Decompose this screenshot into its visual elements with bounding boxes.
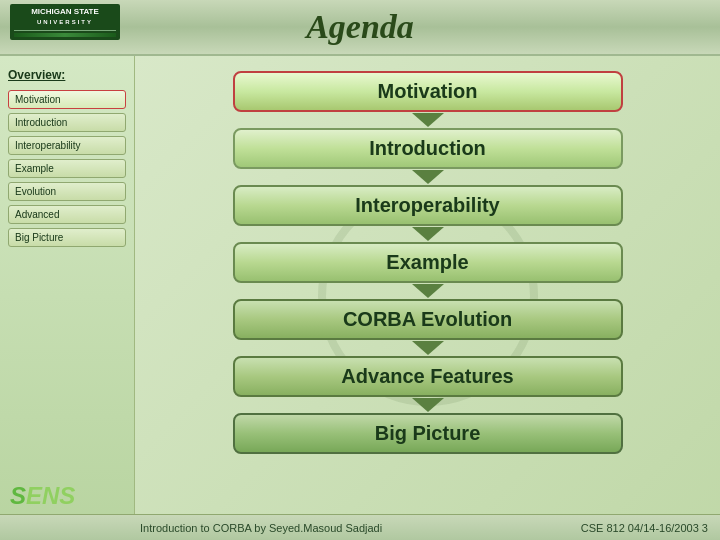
agenda-advanced-wrapper: Advance Features bbox=[155, 356, 700, 397]
agenda-introduction-wrapper: Introduction bbox=[155, 128, 700, 169]
arrow-2 bbox=[412, 170, 444, 184]
sens-logo: SENS bbox=[10, 482, 75, 510]
sens-ens: ENS bbox=[26, 482, 75, 509]
main-area: Motivation Introduction Interoperability bbox=[135, 56, 720, 536]
footer-text: Introduction to CORBA by Seyed.Masoud Sa… bbox=[140, 522, 382, 534]
sidebar-item-evolution[interactable]: Evolution bbox=[8, 182, 126, 201]
footer: Introduction to CORBA by Seyed.Masoud Sa… bbox=[0, 514, 720, 540]
msu-logo: MICHIGAN STATE UNIVERSITY bbox=[10, 4, 120, 40]
agenda-evolution-wrapper: CORBA Evolution bbox=[155, 299, 700, 340]
agenda-example[interactable]: Example bbox=[233, 242, 623, 283]
sidebar-item-example[interactable]: Example bbox=[8, 159, 126, 178]
sidebar-item-advanced[interactable]: Advanced bbox=[8, 205, 126, 224]
agenda-evolution[interactable]: CORBA Evolution bbox=[233, 299, 623, 340]
arrow-5 bbox=[412, 341, 444, 355]
overview-label: Overview: bbox=[8, 68, 126, 82]
sidebar-item-motivation[interactable]: Motivation bbox=[8, 90, 126, 109]
main-content: Overview: Motivation Introduction Intero… bbox=[0, 56, 720, 536]
sidebar: Overview: Motivation Introduction Intero… bbox=[0, 56, 135, 536]
arrow-1 bbox=[412, 113, 444, 127]
header: MICHIGAN STATE UNIVERSITY Agenda bbox=[0, 0, 720, 56]
arrow-6 bbox=[412, 398, 444, 412]
sidebar-item-introduction[interactable]: Introduction bbox=[8, 113, 126, 132]
msu-logo-line1: MICHIGAN STATE bbox=[31, 7, 99, 16]
sidebar-item-bigpicture[interactable]: Big Picture bbox=[8, 228, 126, 247]
sidebar-item-interoperability[interactable]: Interoperability bbox=[8, 136, 126, 155]
agenda-items: Motivation Introduction Interoperability bbox=[155, 66, 700, 454]
arrow-3 bbox=[412, 227, 444, 241]
agenda-example-wrapper: Example bbox=[155, 242, 700, 283]
agenda-introduction[interactable]: Introduction bbox=[233, 128, 623, 169]
agenda-motivation[interactable]: Motivation bbox=[233, 71, 623, 112]
agenda-advanced[interactable]: Advance Features bbox=[233, 356, 623, 397]
agenda-bigpicture-wrapper: Big Picture bbox=[155, 413, 700, 454]
footer-right: CSE 812 04/14-16/2003 3 bbox=[581, 522, 708, 534]
agenda-motivation-wrapper: Motivation bbox=[155, 71, 700, 112]
sens-s: S bbox=[10, 482, 26, 509]
msu-logo-line2: UNIVERSITY bbox=[37, 19, 93, 25]
page-title: Agenda bbox=[306, 8, 414, 45]
agenda-interoperability-wrapper: Interoperability bbox=[155, 185, 700, 226]
agenda-interoperability[interactable]: Interoperability bbox=[233, 185, 623, 226]
agenda-bigpicture[interactable]: Big Picture bbox=[233, 413, 623, 454]
arrow-4 bbox=[412, 284, 444, 298]
